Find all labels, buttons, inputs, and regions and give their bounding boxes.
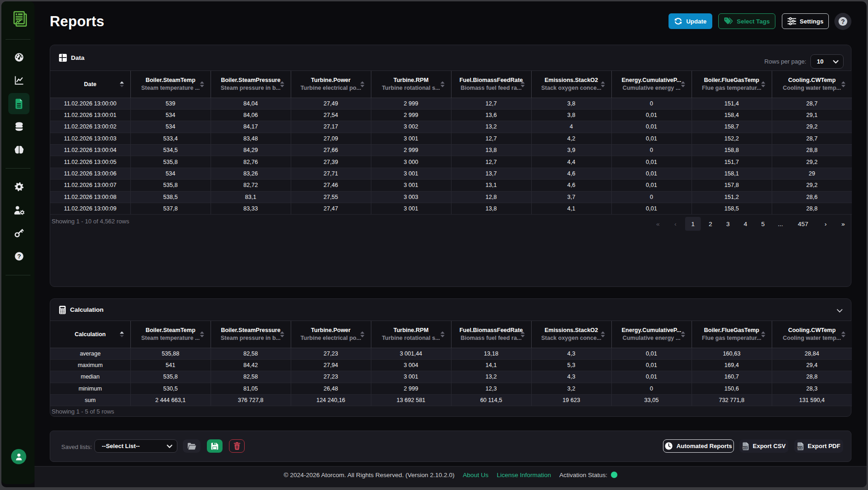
svg-text:CSV: CSV (743, 446, 747, 449)
svg-text:?: ? (841, 18, 845, 25)
svg-text:?: ? (17, 253, 21, 260)
svg-text:PDF: PDF (798, 446, 802, 449)
